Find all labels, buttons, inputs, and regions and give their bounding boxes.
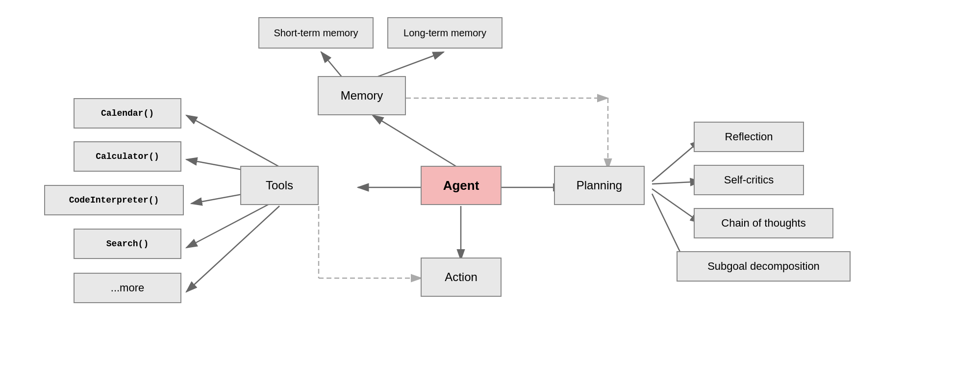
svg-line-3 xyxy=(373,52,444,78)
svg-line-12 xyxy=(186,206,279,292)
calculator-label: Calculator() xyxy=(96,152,159,161)
svg-line-4 xyxy=(373,115,461,169)
tools-node: Tools xyxy=(240,166,319,205)
diagram: Short-term memory Long-term memory Memor… xyxy=(0,0,980,389)
short-term-memory-node: Short-term memory xyxy=(258,17,374,49)
planning-label: Planning xyxy=(577,179,622,192)
calendar-label: Calendar() xyxy=(101,108,154,118)
action-label: Action xyxy=(445,270,477,284)
subgoal-label: Subgoal decomposition xyxy=(707,260,820,273)
self-critics-node: Self-critics xyxy=(694,165,804,195)
memory-label: Memory xyxy=(341,89,383,103)
tools-label: Tools xyxy=(266,179,293,192)
agent-node: Agent xyxy=(421,166,502,205)
calculator-node: Calculator() xyxy=(74,141,181,172)
memory-node: Memory xyxy=(318,76,406,115)
agent-label: Agent xyxy=(443,178,479,193)
chain-of-thoughts-node: Chain of thoughts xyxy=(694,208,833,238)
code-interpreter-node: CodeInterpreter() xyxy=(44,185,184,215)
action-node: Action xyxy=(421,258,502,297)
self-critics-label: Self-critics xyxy=(724,174,774,186)
svg-line-2 xyxy=(321,52,343,78)
reflection-node: Reflection xyxy=(694,122,804,152)
more-node: ...more xyxy=(74,273,181,303)
code-interpreter-label: CodeInterpreter() xyxy=(69,195,159,205)
svg-line-8 xyxy=(186,115,279,167)
subgoal-decomposition-node: Subgoal decomposition xyxy=(677,251,851,282)
svg-line-11 xyxy=(186,199,279,248)
search-node: Search() xyxy=(74,229,181,259)
long-term-memory-label: Long-term memory xyxy=(403,27,486,39)
short-term-memory-label: Short-term memory xyxy=(274,27,358,39)
calendar-node: Calendar() xyxy=(74,98,181,129)
long-term-memory-node: Long-term memory xyxy=(387,17,503,49)
planning-node: Planning xyxy=(554,166,645,205)
reflection-label: Reflection xyxy=(725,130,773,143)
search-label: Search() xyxy=(106,239,149,249)
chain-of-thoughts-label: Chain of thoughts xyxy=(721,217,805,230)
more-label: ...more xyxy=(111,282,144,294)
